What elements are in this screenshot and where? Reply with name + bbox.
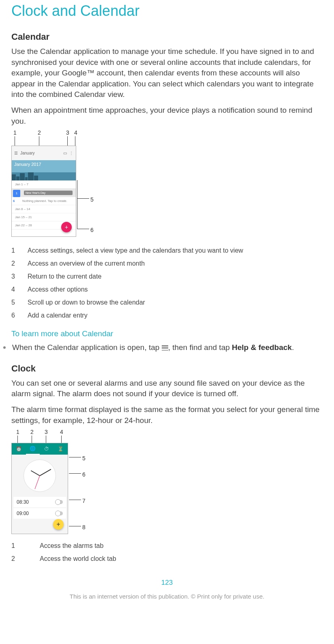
callout-line — [69, 473, 81, 474]
alarm-row: 09:00 — [13, 508, 66, 519]
legend-num: 3 — [11, 273, 28, 280]
legend-row: 3 Return to the current date — [11, 273, 323, 280]
callout-8: 8 — [82, 524, 86, 530]
month-label: January — [20, 151, 35, 155]
alarm-row: 08:30 — [13, 497, 66, 507]
learn-more-item: When the Calendar application is open, t… — [11, 342, 323, 353]
cal-week-row: Jan 15 – 21 — [12, 213, 76, 221]
alarm-toggle — [56, 500, 63, 504]
calendar-illustration: 1 2 3 4 5 6 ☰ January ▭ ⋮ January 2017 J… — [11, 131, 98, 241]
legend-num: 2 — [11, 260, 28, 267]
legend-num: 2 — [11, 555, 40, 562]
calendar-screenshot: ☰ January ▭ ⋮ January 2017 Jan 1 – 7 1 N… — [11, 146, 76, 237]
alarm-time: 08:30 — [17, 499, 29, 505]
clock-tabs: ⏰ 🌐 ⏱ ⏳ — [12, 443, 68, 455]
footer-note: This is an internet version of this publ… — [11, 593, 323, 600]
callout-6: 6 — [90, 227, 94, 233]
calendar-legend: 1 Access settings, select a view type an… — [11, 247, 323, 319]
clock-legend: 1 Access the alarms tab 2 Access the wor… — [11, 542, 323, 562]
stopwatch-tab-icon: ⏱ — [40, 443, 54, 455]
callout-line — [17, 436, 18, 443]
legend-num: 4 — [11, 286, 28, 293]
add-alarm-fab: + — [53, 519, 64, 530]
legend-row: 2 Access an overview of the current mont… — [11, 260, 323, 267]
today-icon: ▭ — [63, 151, 67, 155]
legend-text: Return to the current date — [28, 273, 101, 280]
callout-5: 5 — [82, 455, 86, 462]
legend-row: 4 Access other options — [11, 286, 323, 293]
legend-text: Access an overview of the current month — [28, 260, 145, 267]
callout-1: 1 — [16, 429, 19, 435]
callout-line — [77, 229, 89, 229]
calendar-topbar: ☰ January ▭ ⋮ — [12, 146, 76, 160]
callout-5: 5 — [90, 196, 94, 203]
analog-clock-face — [24, 459, 56, 492]
callout-line — [61, 436, 62, 443]
legend-text: Access the world clock tab — [40, 555, 116, 562]
page-footer: 123 This is an internet version of this … — [11, 579, 323, 608]
timer-tab-icon: ⏳ — [54, 443, 68, 455]
legend-row: 1 Access the alarms tab — [11, 542, 323, 550]
callout-3: 3 — [66, 129, 69, 136]
date-6: 6 — [13, 199, 15, 203]
date-badge-1: 1 — [13, 190, 20, 197]
calendar-para-2: When an appointment time approaches, you… — [11, 105, 323, 127]
callout-3: 3 — [45, 429, 48, 435]
callout-line — [69, 500, 81, 500]
calendar-heading: Calendar — [11, 32, 323, 42]
legend-text: Access other options — [28, 286, 88, 293]
legend-text: Access the alarms tab — [40, 542, 103, 550]
clock-illustration: 1 2 3 4 5 6 7 8 ⏰ 🌐 ⏱ ⏳ 08:30 09:00 + — [11, 431, 92, 536]
callout-line — [32, 436, 32, 443]
callout-1: 1 — [13, 129, 17, 136]
clock-para-2: The alarm time format displayed is the s… — [11, 404, 323, 426]
legend-text: Add a calendar entry — [28, 312, 88, 319]
cal-event-row: 1 New Year's Day — [12, 189, 76, 197]
legend-row: 6 Add a calendar entry — [11, 312, 323, 319]
page-number: 123 — [11, 579, 323, 587]
legend-row: 2 Access the world clock tab — [11, 555, 323, 562]
callout-2: 2 — [30, 429, 34, 435]
callout-2: 2 — [38, 129, 41, 136]
alarm-tab-icon: ⏰ — [12, 443, 26, 455]
legend-row: 1 Access settings, select a view type an… — [11, 247, 323, 254]
calendar-header-image: January 2017 — [12, 160, 76, 180]
clock-screenshot: ⏰ 🌐 ⏱ ⏳ 08:30 09:00 + — [11, 443, 68, 534]
world-clock-tab-icon: 🌐 — [26, 443, 40, 455]
more-icon: ⋮ — [69, 151, 73, 155]
cal-empty-row: 6 Nothing planned. Tap to create. — [12, 197, 76, 205]
header-month: January 2017 — [14, 162, 41, 167]
callout-line — [75, 136, 75, 146]
callout-line — [77, 180, 77, 229]
nav-drawer-icon: ☰ — [14, 151, 18, 155]
minute-hand — [40, 469, 51, 476]
event-chip: New Year's Day — [24, 191, 73, 195]
add-event-fab: + — [61, 222, 72, 232]
callout-line — [77, 198, 89, 199]
legend-text: Scroll up or down to browse the calendar — [28, 299, 145, 306]
clock-para-1: You can set one or several alarms and us… — [11, 378, 323, 399]
callout-line — [39, 136, 39, 146]
legend-text: Access settings, select a view type and … — [28, 247, 243, 254]
legend-num: 6 — [11, 312, 28, 319]
learn-more-heading: To learn more about Calendar — [11, 329, 323, 338]
hamburger-icon — [162, 346, 168, 350]
callout-6: 6 — [82, 471, 86, 478]
callout-7: 7 — [82, 498, 86, 504]
second-hand — [35, 476, 40, 489]
callout-line — [69, 457, 81, 457]
cal-week-row: Jan 1 – 7 — [12, 180, 76, 189]
legend-num: 1 — [11, 247, 28, 254]
clock-heading: Clock — [11, 363, 323, 374]
calendar-para-1: Use the Calendar application to manage y… — [11, 46, 323, 100]
callout-4: 4 — [60, 429, 63, 435]
bullet-icon — [3, 346, 6, 349]
skyline-graphic — [12, 172, 76, 180]
page-title: Clock and Calendar — [11, 0, 323, 19]
legend-num: 5 — [11, 299, 28, 306]
hour-hand — [31, 470, 40, 476]
legend-row: 5 Scroll up or down to browse the calend… — [11, 299, 323, 306]
callout-line — [46, 436, 46, 443]
callout-4: 4 — [74, 129, 77, 136]
callout-line — [15, 136, 15, 146]
